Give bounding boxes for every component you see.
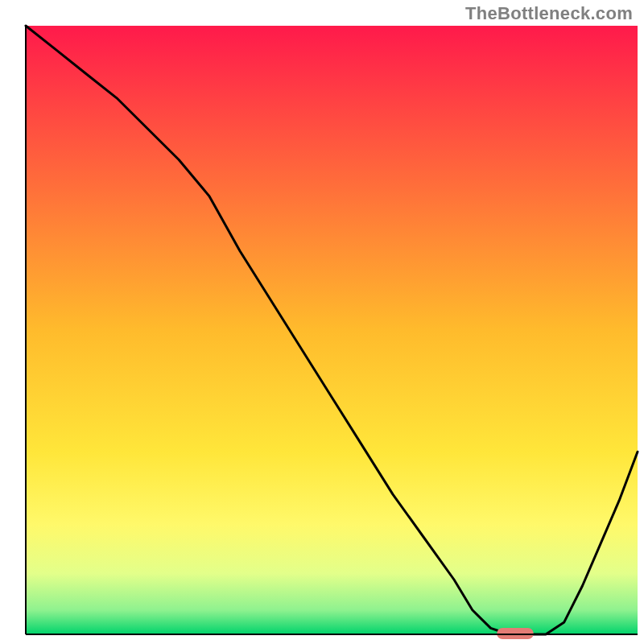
bottleneck-chart [0,0,644,644]
watermark-text: TheBottleneck.com [465,3,633,24]
chart-container: TheBottleneck.com [0,0,644,644]
plot-background [26,26,638,634]
